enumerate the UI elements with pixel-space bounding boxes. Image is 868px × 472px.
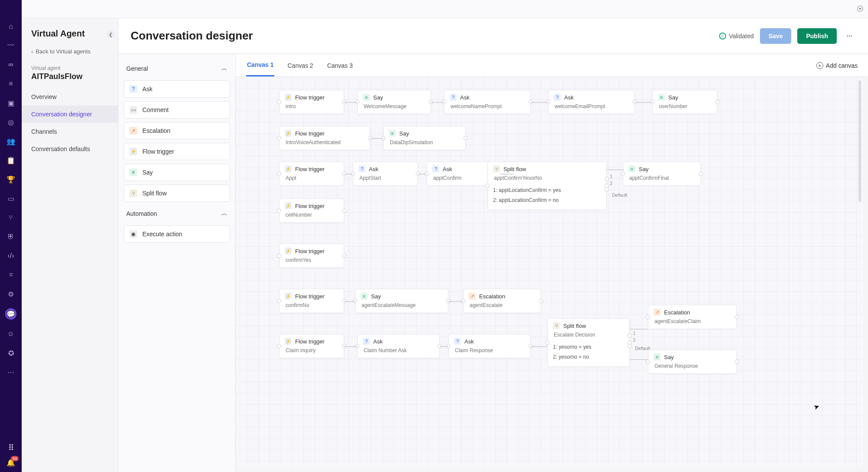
trophy-icon[interactable]: 🏆 bbox=[6, 175, 16, 184]
id-icon[interactable]: ▣ bbox=[6, 98, 16, 108]
node-say-welcomemessage[interactable]: ≡ Say WelcomeMessage bbox=[357, 90, 431, 114]
port-in[interactable] bbox=[277, 254, 281, 258]
tab-canvas-1[interactable]: Canvas 1 bbox=[246, 54, 274, 76]
palette-item-say[interactable]: ≡Say bbox=[124, 164, 230, 181]
palette-item-flow-trigger[interactable]: ⚡Flow trigger bbox=[124, 143, 230, 160]
port-in[interactable] bbox=[485, 184, 490, 188]
node-trigger-appt[interactable]: ⚡ Flow trigger Appt bbox=[279, 162, 344, 186]
palette-item-ask[interactable]: ?Ask bbox=[124, 80, 230, 98]
port-out[interactable] bbox=[464, 136, 468, 140]
add-canvas-button[interactable]: + Add canvas bbox=[816, 62, 858, 69]
port-out[interactable] bbox=[735, 360, 739, 364]
palette-group-label: General bbox=[126, 65, 148, 72]
split-port-num: 1 bbox=[633, 331, 635, 336]
port-out[interactable] bbox=[539, 299, 543, 303]
palette-item-escalation[interactable]: ↗Escalation bbox=[124, 122, 230, 139]
chip-icon[interactable]: ⌗ bbox=[6, 270, 16, 280]
port-in[interactable] bbox=[277, 100, 281, 104]
bars-icon[interactable]: ≡ bbox=[6, 79, 16, 89]
node-say-datadipsimulation[interactable]: ≡ Say DataDipSimulation bbox=[383, 126, 466, 150]
edge bbox=[431, 102, 444, 103]
link-icon[interactable]: ∞ bbox=[6, 60, 16, 69]
gear-icon[interactable]: ⚙ bbox=[6, 289, 16, 299]
port-in[interactable] bbox=[277, 136, 281, 140]
global-clock-icon[interactable]: ⦿ bbox=[857, 5, 864, 13]
bot-icon[interactable]: ☺ bbox=[6, 329, 16, 339]
port-in[interactable] bbox=[621, 172, 625, 176]
more-icon[interactable]: ⋯ bbox=[6, 367, 16, 377]
node-ask-claim-number-ask[interactable]: ? Ask Claim Number Ask bbox=[357, 334, 440, 358]
port-out[interactable] bbox=[699, 172, 703, 176]
collapse-sidebar-icon[interactable]: ❮ bbox=[107, 30, 115, 38]
sidebar-item-channels[interactable]: Channels bbox=[22, 123, 118, 140]
node-trigger-intro[interactable]: ⚡ Flow trigger intro bbox=[279, 90, 344, 114]
port-in[interactable] bbox=[277, 299, 281, 303]
target-icon[interactable]: ◎ bbox=[6, 117, 16, 127]
port-out-1[interactable] bbox=[628, 333, 632, 338]
sidebar-item-overview[interactable]: Overview bbox=[22, 88, 118, 106]
node-esc-agentescalate[interactable]: ↗ Escalation agentEscalate bbox=[463, 289, 541, 313]
port-in[interactable] bbox=[646, 315, 650, 319]
port-out[interactable] bbox=[735, 315, 739, 319]
publish-button[interactable]: Publish bbox=[797, 28, 837, 44]
code-icon[interactable]: ‹/› bbox=[6, 251, 16, 261]
node-trigger-confirmyes[interactable]: ⚡ Flow trigger confirmYes bbox=[279, 244, 344, 268]
node-subtitle: agentEscalateMessage bbox=[361, 302, 443, 308]
notifications-icon[interactable]: 🔔54 bbox=[7, 459, 15, 467]
node-title: Say bbox=[639, 166, 648, 172]
chat-icon[interactable]: 💬 bbox=[5, 308, 16, 320]
fork-icon[interactable]: ⑂ bbox=[6, 213, 16, 222]
canvas[interactable]: ⚡ Flow trigger intro ≡ Say WelcomeMessag… bbox=[236, 77, 863, 467]
shield-icon[interactable]: ⛨ bbox=[6, 232, 16, 241]
back-link[interactable]: ‹ Back to Virtual agents bbox=[22, 46, 118, 57]
port-out-1[interactable] bbox=[605, 177, 609, 181]
node-ask-welcomeemailprompt[interactable]: ? Ask welcomeEmailPrompt bbox=[548, 90, 635, 114]
palette-item-execute-action[interactable]: ◉Execute action bbox=[124, 225, 230, 243]
palette-group-general[interactable]: General︿ bbox=[124, 60, 230, 77]
people-icon[interactable]: 👥 bbox=[6, 136, 16, 146]
wave-icon[interactable]: 〰 bbox=[6, 41, 16, 50]
tab-canvas-3[interactable]: Canvas 3 bbox=[326, 55, 354, 76]
port-in[interactable] bbox=[545, 340, 549, 345]
clipboard-icon[interactable]: 📋 bbox=[6, 155, 16, 165]
node-say-apptconfirmfinal[interactable]: ≡ Say apptConfirmFinal bbox=[623, 162, 701, 186]
port-in[interactable] bbox=[646, 360, 650, 364]
node-ask-welcomenameprompt[interactable]: ? Ask welcomeNamePrompt bbox=[444, 90, 531, 114]
node-subtitle: agentEscalateClaim bbox=[654, 318, 731, 324]
node-say-usernumber[interactable]: ≡ Say userNumber bbox=[652, 90, 717, 114]
node-trigger-confirmno[interactable]: ⚡ Flow trigger confirmNo bbox=[279, 289, 344, 313]
book-icon[interactable]: ▭ bbox=[6, 194, 16, 203]
apps-grid-icon[interactable]: ⠿ bbox=[8, 443, 14, 452]
node-esc-agentescalateclaim[interactable]: ↗ Escalation agentEscalateClaim bbox=[648, 305, 737, 329]
sidebar-item-conversation-designer[interactable]: Conversation designer bbox=[22, 106, 118, 123]
port-in[interactable] bbox=[277, 344, 281, 348]
node-ask-apptstart[interactable]: ? Ask ApptStart bbox=[353, 162, 418, 186]
node-subtitle: intro bbox=[285, 103, 339, 109]
port-in[interactable] bbox=[277, 172, 281, 176]
node-split-apptconfirmyesorno[interactable]: ⑂ Split flow apptConfirmYesorNo 1: apptL… bbox=[487, 162, 607, 210]
palette-item-split-flow[interactable]: ⑂Split flow bbox=[124, 185, 230, 202]
node-trigger-introvoiceauthenticated[interactable]: ⚡ Flow trigger IntroVoiceAuthenticated bbox=[279, 126, 370, 150]
port-in[interactable] bbox=[277, 208, 281, 213]
port-out[interactable] bbox=[342, 208, 346, 213]
node-split-escalate-decision[interactable]: ⑂ Split flow Escalate Decision 1: yesorn… bbox=[547, 318, 630, 367]
tab-canvas-2[interactable]: Canvas 2 bbox=[286, 55, 314, 76]
canvas-scrollbar[interactable] bbox=[858, 80, 861, 202]
home-icon[interactable]: ⌂ bbox=[6, 22, 16, 31]
palette-group-automation[interactable]: Automation︿ bbox=[124, 205, 230, 222]
more-menu-button[interactable]: ⋯ bbox=[843, 30, 856, 42]
node-trigger-claim-inquiry[interactable]: ⚡ Flow trigger Claim inquiry bbox=[279, 334, 344, 358]
save-button[interactable]: Save bbox=[760, 28, 792, 44]
node-ask-claim-response[interactable]: ? Ask Claim Response bbox=[448, 334, 531, 358]
port-out[interactable] bbox=[715, 100, 720, 104]
compass-icon[interactable]: ✪ bbox=[6, 348, 16, 358]
sidebar-item-conversation-defaults[interactable]: Conversation defaults bbox=[22, 140, 118, 158]
port-out[interactable] bbox=[342, 254, 346, 258]
palette-item-comment[interactable]: ▭Comment bbox=[124, 101, 230, 119]
node-say-general-response[interactable]: ≡ Say General Response bbox=[648, 350, 737, 374]
node-trigger-cellnumber[interactable]: ⚡ Flow trigger cellNumber bbox=[279, 198, 344, 223]
port-out-2[interactable] bbox=[628, 344, 632, 348]
port-out-2[interactable] bbox=[605, 187, 609, 191]
node-say-agentescalatemessage[interactable]: ≡ Say agentEscalateMessage bbox=[355, 289, 448, 313]
palette-item-label: Say bbox=[142, 169, 153, 176]
